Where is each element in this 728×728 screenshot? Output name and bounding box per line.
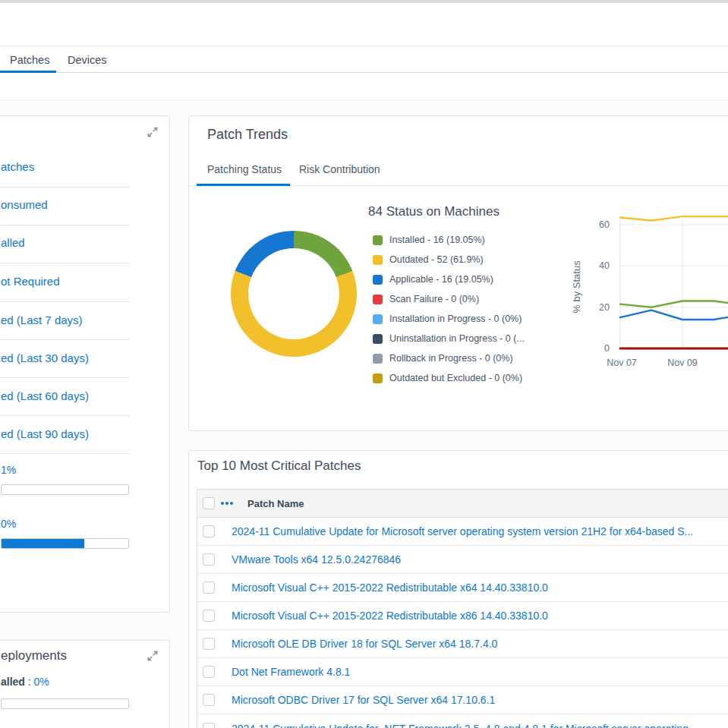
- legend-item-installed[interactable]: Installed - 16 (19.05%): [373, 230, 525, 250]
- table-row[interactable]: Dot Net Framework 4.8.1: [197, 658, 728, 686]
- donut-legend: Installed - 16 (19.05%) Outdated - 52 (6…: [373, 230, 525, 388]
- legend-label: Applicable - 16 (19.05%): [389, 274, 493, 285]
- expand-icon[interactable]: [147, 651, 158, 661]
- legend-label: Outdated but Excluded - 0 (0%): [389, 373, 522, 383]
- legend-label: Installation in Progress - 0 (0%): [389, 314, 522, 324]
- deployments-card-title: eployments: [1, 648, 67, 663]
- select-all-checkbox[interactable]: [203, 497, 215, 509]
- tab-devices[interactable]: Devices: [68, 54, 107, 66]
- row-checkbox[interactable]: [203, 525, 215, 537]
- svg-text:20: 20: [599, 302, 610, 313]
- summary-link[interactable]: onsumed: [1, 198, 48, 211]
- row-divider: [1, 187, 129, 188]
- patch-name-link[interactable]: VMware Tools x64 12.5.0.24276846: [232, 553, 401, 566]
- summary-link[interactable]: ed (Last 30 days): [1, 351, 89, 364]
- stat-value: 0%: [34, 676, 49, 688]
- top-patches-title: Top 10 Most Critical Patches: [197, 459, 361, 474]
- status-trend-line-chart: % by Status0204060Nov 07Nov 09: [563, 197, 728, 379]
- patch-name-link[interactable]: 2024-11 Cumulative Update for Microsoft …: [232, 525, 693, 537]
- legend-label: Outdated - 52 (61.9%): [389, 254, 484, 265]
- row-divider: [1, 301, 129, 302]
- patch-name-link[interactable]: 2024-11 Cumulative Update for .NET Frame…: [232, 723, 689, 728]
- legend-item-outdated[interactable]: Outdated - 52 (61.9%): [373, 250, 525, 269]
- patch-name-link[interactable]: Microsoft OLE DB Driver 18 for SQL Serve…: [232, 638, 497, 650]
- patch-trends-title: Patch Trends: [207, 127, 288, 143]
- row-checkbox[interactable]: [203, 638, 215, 650]
- summary-link[interactable]: ed (Last 60 days): [1, 389, 89, 402]
- patch-trends-card: Patch Trends Patching Status Risk Contri…: [188, 115, 728, 431]
- row-divider: [1, 263, 129, 263]
- legend-swatch: [373, 354, 383, 364]
- legend-swatch: [373, 275, 383, 285]
- main-tab-bar: Patches Devices: [0, 46, 728, 73]
- summary-link[interactable]: ed (Last 90 days): [1, 427, 89, 440]
- stat-separator: :: [25, 676, 34, 688]
- patches-table: Patch Name 2024-11 Cumulative Update for…: [197, 489, 728, 728]
- progress-bar: [1, 698, 129, 709]
- column-header-patch-name: Patch Name: [247, 498, 304, 509]
- row-divider: [1, 453, 129, 454]
- row-checkbox[interactable]: [203, 553, 215, 566]
- legend-item-scan-failure[interactable]: Scan Failure - 0 (0%): [373, 289, 525, 309]
- tab-risk-contribution[interactable]: Risk Contribution: [299, 163, 380, 175]
- table-header-row: Patch Name: [197, 490, 728, 518]
- row-divider: [1, 339, 129, 340]
- row-checkbox[interactable]: [203, 581, 215, 594]
- row-checkbox[interactable]: [203, 723, 215, 728]
- legend-label: Uninstallation in Progress - 0 (...: [389, 333, 525, 344]
- summary-link[interactable]: ed (Last 7 days): [1, 314, 83, 326]
- tab-patching-status[interactable]: Patching Status: [207, 163, 282, 175]
- deployments-card: eployments alled : 0%: [0, 640, 170, 728]
- active-tab-underline: [0, 71, 56, 73]
- status-donut-chart: [231, 231, 357, 357]
- patch-name-link[interactable]: Microsoft Visual C++ 2015-2022 Redistrib…: [232, 581, 548, 594]
- legend-swatch: [373, 295, 383, 304]
- tab-patches[interactable]: Patches: [10, 54, 49, 66]
- legend-swatch: [373, 314, 383, 324]
- row-divider: [1, 377, 129, 378]
- legend-label: Scan Failure - 0 (0%): [389, 294, 479, 304]
- table-row[interactable]: Microsoft Visual C++ 2015-2022 Redistrib…: [197, 574, 728, 602]
- legend-swatch: [373, 334, 383, 344]
- patch-name-link[interactable]: Microsoft ODBC Driver 17 for SQL Server …: [232, 694, 495, 706]
- patch-name-link[interactable]: Dot Net Framework 4.8.1: [232, 666, 350, 678]
- legend-item-applicable[interactable]: Applicable - 16 (19.05%): [373, 269, 525, 289]
- metric-value: 1%: [1, 464, 16, 476]
- svg-text:60: 60: [599, 219, 610, 230]
- stat-label: alled: [1, 676, 25, 688]
- legend-item-installation-in-progress[interactable]: Installation in Progress - 0 (0%): [373, 309, 525, 329]
- row-divider: [1, 225, 129, 225]
- row-checkbox[interactable]: [203, 694, 215, 706]
- progress-bar: [1, 538, 129, 549]
- legend-swatch: [373, 235, 383, 245]
- expand-icon[interactable]: [147, 127, 158, 137]
- row-checkbox[interactable]: [203, 610, 215, 622]
- table-row[interactable]: 2024-11 Cumulative Update for .NET Frame…: [197, 714, 728, 728]
- table-row[interactable]: Microsoft OLE DB Driver 18 for SQL Serve…: [197, 630, 728, 658]
- legend-item-rollback-in-progress[interactable]: Rollback in Progress - 0 (0%): [373, 348, 525, 368]
- legend-label: Rollback in Progress - 0 (0%): [389, 353, 513, 364]
- table-row[interactable]: 2024-11 Cumulative Update for Microsoft …: [197, 518, 728, 546]
- summary-link[interactable]: alled: [1, 236, 25, 249]
- patch-name-link[interactable]: Microsoft Visual C++ 2015-2022 Redistrib…: [232, 610, 548, 622]
- progress-bar: [1, 484, 129, 495]
- table-row[interactable]: Microsoft Visual C++ 2015-2022 Redistrib…: [197, 602, 728, 630]
- metric-value: 0%: [1, 518, 16, 530]
- top-window-strip: [0, 0, 728, 3]
- legend-item-outdated-but-excluded[interactable]: Outdated but Excluded - 0 (0%): [373, 368, 525, 388]
- row-divider: [1, 415, 129, 416]
- summary-link[interactable]: atches: [1, 160, 34, 173]
- svg-text:Nov 07: Nov 07: [607, 358, 637, 368]
- svg-text:40: 40: [599, 260, 610, 271]
- column-actions-icon[interactable]: [221, 502, 233, 505]
- summary-link[interactable]: ot Required: [1, 275, 60, 288]
- active-tab-underline: [197, 184, 290, 186]
- table-row[interactable]: Microsoft ODBC Driver 17 for SQL Server …: [197, 686, 728, 714]
- table-row[interactable]: VMware Tools x64 12.5.0.24276846: [197, 546, 728, 574]
- legend-item-uninstallation-in-progress[interactable]: Uninstallation in Progress - 0 (...: [373, 329, 525, 348]
- deployments-stat: alled : 0%: [1, 676, 49, 688]
- patch-summary-card: atches onsumed alled ot Required ed (Las…: [0, 115, 170, 613]
- row-checkbox[interactable]: [203, 666, 215, 678]
- donut-chart-title: 84 Status on Machines: [368, 204, 500, 219]
- progress-fill: [2, 539, 84, 548]
